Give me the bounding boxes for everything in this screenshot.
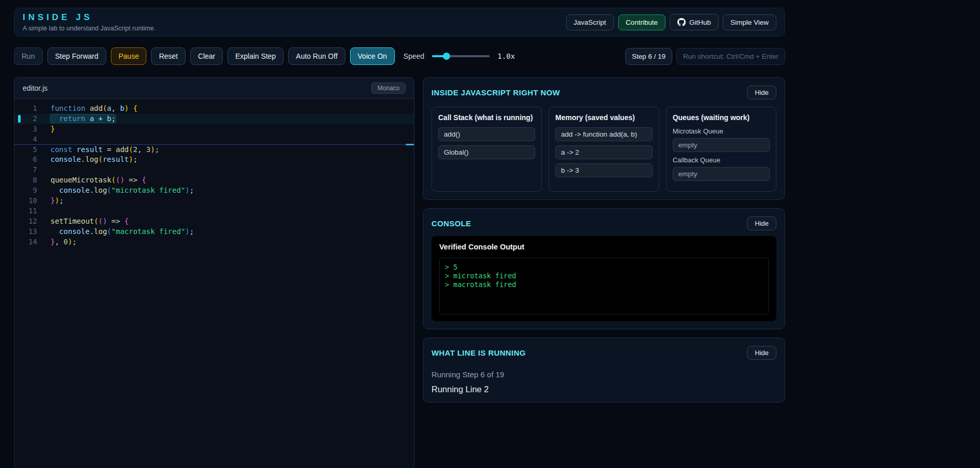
speed-label: Speed [404,52,424,60]
brand: INSIDE JS A simple lab to understand Jav… [23,12,156,32]
code-editor[interactable]: 1function add(a, b) {2 return a + b;3}45… [14,99,414,247]
call-stack-title: Call Stack (what is running) [438,113,535,122]
pause-button[interactable]: Pause [111,47,147,65]
code-line-12[interactable]: 12setTimeout(() => { [14,216,414,227]
code-line-4[interactable]: 4 [14,135,414,145]
code-line-10[interactable]: 10}); [14,196,414,206]
speed-value: 1.0x [497,52,515,60]
voice-button[interactable]: Voice On [350,47,395,65]
header: INSIDE JS A simple lab to understand Jav… [14,8,785,37]
memory-entry: add -> function add(a, b) [555,127,652,141]
code-line-14[interactable]: 14}, 0); [14,237,414,247]
memory-entry: a -> 2 [555,145,652,159]
console-panel-head: CONSOLE Hide [431,216,776,230]
clear-button[interactable]: Clear [190,47,223,65]
github-icon [677,18,686,26]
runtime-state-title: INSIDE JAVASCRIPT RIGHT NOW [431,88,560,97]
github-button[interactable]: GitHub [670,14,719,30]
line-number: 8 [14,175,51,186]
queue-label: Callback Queue [673,156,770,164]
javascript-button[interactable]: JavaScript [566,14,614,30]
editor-filename: editor.js [23,84,47,92]
console-box: Verified Console Output > 5> microtask f… [431,236,776,321]
line-number: 11 [14,206,51,216]
running-line-text: Running Line 2 [431,385,776,394]
line-number: 13 [14,227,51,237]
step-forward-button[interactable]: Step Forward [47,47,106,65]
hide-running-line-button[interactable]: Hide [747,346,776,360]
active-line-marker [18,115,21,123]
code-text: console.log(result); [51,155,138,165]
running-line-title: WHAT LINE IS RUNNING [431,348,526,357]
speed-slider-track [432,55,490,57]
toolbar: Run Step Forward Pause Reset Clear Expla… [14,47,785,65]
running-line-panel-head: WHAT LINE IS RUNNING Hide [431,346,776,360]
code-text: const result = add(2, 3); [51,145,159,155]
queues-panel: Queues (waiting work) Microtask Queueemp… [666,107,776,192]
line-number: 3 [14,124,51,135]
hide-state-button[interactable]: Hide [747,86,776,99]
memory-title: Memory (saved values) [555,113,652,122]
code-line-6[interactable]: 6console.log(result); [14,155,414,165]
code-line-1[interactable]: 1function add(a, b) { [14,104,414,114]
run-button[interactable]: Run [14,47,43,65]
explain-step-button[interactable]: Explain Step [227,47,284,65]
code-text: console.log("macrotask fired"); [51,227,194,237]
code-text: function add(a, b) { [51,104,138,114]
app-title: INSIDE JS [23,12,156,23]
contribute-button[interactable]: Contribute [618,14,666,30]
line-number: 9 [14,186,51,196]
step-counter-badge: Step 6 / 19 [625,48,672,65]
code-line-11[interactable]: 11 [14,206,414,216]
code-text: } [51,124,55,135]
stack-frame: Global() [438,145,535,159]
code-line-3[interactable]: 3} [14,124,414,135]
memory-entry: b -> 3 [555,163,652,177]
active-statement-highlight: return a + b; [51,114,115,123]
hide-console-button[interactable]: Hide [747,216,776,230]
code-line-7[interactable]: 7 [14,165,414,175]
monaco-badge: Monaco [371,82,406,94]
line-number: 6 [14,155,51,165]
code-line-9[interactable]: 9 console.log("microtask fired"); [14,186,414,196]
memory-items: add -> function add(a, b)a -> 2b -> 3 [555,127,652,177]
speed-slider[interactable] [432,53,490,60]
run-shortcut-hint: Run shortcut: Ctrl/Cmd + Enter [676,48,785,65]
speed-slider-thumb[interactable] [443,53,450,60]
line-number: 5 [14,145,51,155]
reset-button[interactable]: Reset [151,47,186,65]
console-title: CONSOLE [431,219,471,228]
console-panel: CONSOLE Hide Verified Console Output > 5… [423,208,785,329]
code-text: }, 0); [51,237,77,247]
running-step-text: Running Step 6 of 19 [431,370,776,379]
line-number: 10 [14,196,51,206]
line-number: 12 [14,216,51,227]
editor-panel: editor.js Monaco 1function add(a, b) {2 … [14,77,414,468]
right-column: INSIDE JAVASCRIPT RIGHT NOW Hide Call St… [423,77,785,411]
runtime-state-panel: INSIDE JAVASCRIPT RIGHT NOW Hide Call St… [423,77,785,200]
toolbar-right: Step 6 / 19 Run shortcut: Ctrl/Cmd + Ent… [625,48,785,65]
app-subtitle: A simple lab to understand JavaScript ru… [23,25,156,32]
simple-view-button[interactable]: Simple View [723,14,776,30]
stack-frame: add() [438,127,535,141]
app: INSIDE JS A simple lab to understand Jav… [14,8,785,468]
line-number: 7 [14,165,51,175]
code-line-5[interactable]: 5const result = add(2, 3); [14,145,414,155]
call-stack-items: add()Global() [438,127,535,159]
code-line-2[interactable]: 2 return a + b; [14,114,414,124]
code-text: }); [51,196,63,206]
running-line-panel: WHAT LINE IS RUNNING Hide Running Step 6… [423,338,785,403]
console-line: > macrotask fired [445,280,763,289]
state-grid: Call Stack (what is running) add()Global… [431,107,776,192]
header-actions: JavaScript Contribute GitHub Simple View [566,14,776,30]
auto-run-button[interactable]: Auto Run Off [288,47,345,65]
code-text: console.log("microtask fired"); [51,186,194,196]
code-line-8[interactable]: 8queueMicrotask(() => { [14,175,414,186]
editor-header: editor.js Monaco [14,78,414,99]
console-line: > 5 [445,263,763,272]
queue-value: empty [673,138,770,152]
queues-title: Queues (waiting work) [673,113,770,122]
runtime-state-panel-head: INSIDE JAVASCRIPT RIGHT NOW Hide [431,86,776,99]
code-text: return a + b; [51,114,115,124]
code-line-13[interactable]: 13 console.log("macrotask fired"); [14,227,414,237]
